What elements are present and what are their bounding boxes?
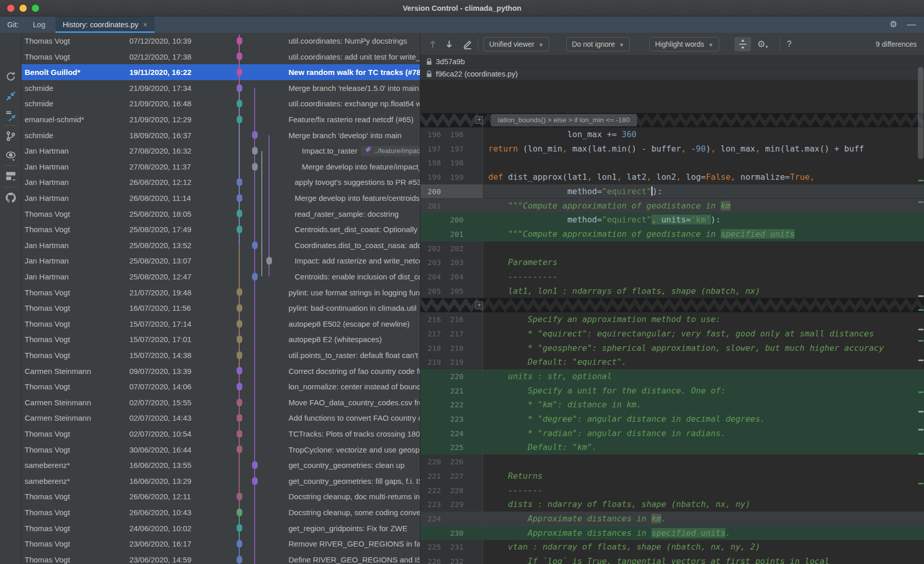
commit-row[interactable]: Carmen Steinmann09/07/2020, 13:39Correct… (22, 363, 420, 379)
commit-row[interactable]: Thomas Vogt15/07/2020, 14:38util.points_… (22, 347, 420, 363)
commit-row[interactable]: Thomas Vogt26/06/2020, 12:11Docstring cl… (22, 488, 420, 504)
diff-settings-gear-icon[interactable]: ⚙▾ (757, 37, 768, 51)
collapse-unchanged-button[interactable] (735, 37, 751, 51)
diff-line[interactable]: 217217 * "equirect": equirectangular; ve… (420, 327, 924, 341)
commit-row[interactable]: Benoît Guillod*19/11/2020, 16:22New rand… (22, 64, 420, 80)
branch-icon[interactable] (5, 130, 16, 142)
commit-row[interactable]: Thomas Vogt02/12/2020, 17:38util.coordin… (22, 49, 420, 65)
vcs-left-toolbar (0, 33, 22, 564)
scrollbar-thumb[interactable] (918, 67, 923, 159)
diff-line[interactable]: 230 Approximate distances in specified u… (420, 526, 924, 540)
commit-row[interactable]: Thomas Vogt07/07/2020, 14:06lon_normaliz… (22, 379, 420, 394)
tab-history[interactable]: History: coordinates.py× (55, 16, 155, 33)
commit-row[interactable]: schmide18/09/2020, 16:37Merge branch 'de… (22, 127, 420, 143)
toolbar-separator (4, 187, 17, 187)
revision-row-1[interactable]: 3d57a9b (420, 55, 924, 68)
eye-icon[interactable] (5, 150, 16, 161)
diff-line[interactable]: 216216 Specify an approximation method t… (420, 312, 924, 327)
commit-row[interactable]: Carmen Steinmann02/07/2020, 15:55Move FA… (22, 394, 420, 410)
commit-message: pylint: bad-continuation in climada.util (288, 300, 420, 316)
commit-row[interactable]: Thomas Vogt30/06/2020, 16:44TropCyclone:… (22, 442, 420, 458)
refresh-icon[interactable] (5, 71, 16, 82)
commit-row[interactable]: Thomas Vogt02/07/2020, 10:54TCTracks: Pl… (22, 426, 420, 442)
commit-row[interactable]: Thomas Vogt15/07/2020, 17:01autopep8 E2 … (22, 331, 420, 347)
commit-author: Jan Hartman (25, 143, 126, 159)
commit-row[interactable]: Jan Hartman26/08/2020, 11:14Merge develo… (22, 190, 420, 206)
commit-row[interactable]: sameberenz*16/06/2020, 13:55get_country_… (22, 457, 420, 473)
commit-author: Carmen Steinmann (25, 363, 126, 379)
diff-line[interactable]: 221227 Returns (420, 469, 924, 483)
diff-line[interactable]: 226232 If `log` is True, tangential vect… (420, 554, 924, 564)
diff-line[interactable]: 225231 vtan : ndarray of floats, shape (… (420, 540, 924, 554)
commit-row[interactable]: schmide21/09/2020, 16:48util.coordinates… (22, 96, 420, 111)
layout-icon[interactable] (5, 171, 16, 182)
help-icon[interactable]: ? (787, 37, 792, 51)
diff-line[interactable]: 223229 dists : ndarray of floats, shape … (420, 497, 924, 512)
commit-row[interactable]: Thomas Vogt25/08/2020, 17:49Centroids.se… (22, 221, 420, 237)
commit-row[interactable]: Jan Hartman25/08/2020, 12:47Centroids: e… (22, 269, 420, 285)
fold-breadcrumb[interactable]: latlon_bounds() > else > if lon_min <= -… (491, 114, 637, 126)
commit-row[interactable]: Thomas Vogt23/06/2020, 16:17Remove RIVER… (22, 536, 420, 552)
commit-row[interactable]: Jan Hartman27/08/2020, 16:32Impact.to_ra… (22, 143, 420, 159)
commit-row[interactable]: Thomas Vogt21/07/2020, 19:48pylint: use … (22, 285, 420, 300)
commit-row[interactable]: Thomas Vogt15/07/2020, 17:14autopep8 E50… (22, 316, 420, 332)
edit-source-icon[interactable] (463, 39, 473, 49)
settings-gear-icon[interactable]: ⚙ (890, 20, 897, 29)
previous-difference-icon[interactable] (428, 39, 438, 49)
diff-line[interactable]: 222228 ------- (420, 483, 924, 498)
diff-line[interactable]: 202202 (420, 241, 924, 256)
commit-row[interactable]: emanuel-schmid*21/09/2020, 12:29Feature/… (22, 111, 420, 127)
diff-line[interactable]: 196196 lon_max += 360 (420, 127, 924, 142)
diff-line[interactable]: 197197return (lon_min, max(lat.min() - b… (420, 142, 924, 156)
commit-row[interactable]: Thomas Vogt23/06/2020, 14:59Define RIVER… (22, 552, 420, 564)
commit-row[interactable]: Thomas Vogt26/06/2020, 10:43Docstring cl… (22, 504, 420, 520)
commit-row[interactable]: Jan Hartman25/08/2020, 13:07Impact: add … (22, 253, 420, 269)
commit-row[interactable]: Carmen Steinmann02/07/2020, 14:43Add fun… (22, 410, 420, 426)
commit-row[interactable]: Thomas Vogt25/08/2020, 18:05read_raster_… (22, 206, 420, 222)
expand-fold-icon[interactable]: + (475, 116, 483, 124)
branch-chip[interactable]: ../feature/impact_net... (361, 146, 420, 156)
diff-line[interactable]: 225 Default: "km". (420, 440, 924, 455)
diff-line[interactable]: 201 """Compute approximation of geodista… (420, 227, 924, 241)
expand-fold-icon[interactable]: + (475, 302, 483, 309)
diff-line[interactable]: 205205 lat1, lon1 : ndarrays of floats, … (420, 284, 924, 298)
close-tab-icon[interactable]: × (143, 20, 147, 29)
diff-line[interactable]: 224 * "radian": angular distance in radi… (420, 426, 924, 441)
github-icon[interactable] (5, 192, 16, 203)
commit-row[interactable]: Thomas Vogt16/07/2020, 11:56pylint: bad-… (22, 300, 420, 316)
highlight-mode-dropdown[interactable]: Highlight words▼ (649, 37, 719, 51)
commit-row[interactable]: Thomas Vogt07/12/2020, 10:39util.coordin… (22, 33, 420, 49)
diff-line[interactable]: 203203 Parameters (420, 255, 924, 270)
tab-log[interactable]: Log (26, 16, 52, 33)
diff-line[interactable]: 223 * "degree": angular distance in deci… (420, 412, 924, 426)
commit-row[interactable]: schmide21/09/2020, 17:34Merge branch 're… (22, 80, 420, 96)
diff-line[interactable]: 200 method="equirect", units='km'): (420, 213, 924, 227)
commit-row[interactable]: Thomas Vogt24/06/2020, 10:02get_region_g… (22, 520, 420, 536)
diff-line[interactable]: 204204 ---------- (420, 270, 924, 284)
diff-line[interactable]: 219219 Default: "equirect". (420, 355, 924, 369)
commit-row[interactable]: Jan Hartman27/08/2020, 11:37Merge develo… (22, 159, 420, 175)
next-difference-icon[interactable] (444, 39, 454, 49)
commit-row[interactable]: Jan Hartman25/08/2020, 13:52Coordinates.… (22, 237, 420, 253)
diff-line[interactable]: 200 method="equirect"): (420, 184, 924, 199)
commit-date: 16/06/2020, 13:29 (129, 473, 232, 489)
diff-line[interactable]: 222 * "km": distance in km. (420, 398, 924, 412)
diff-line[interactable]: 220226 (420, 455, 924, 469)
collapse-changes-icon[interactable] (5, 90, 16, 102)
diff-line[interactable]: 218218 * "geosphere": spherical approxim… (420, 341, 924, 355)
diff-line[interactable]: 201 """Compute approximation of geodista… (420, 199, 924, 213)
commit-message: Docstring cleanup, some coding conventio… (288, 504, 420, 520)
hide-toolwindow-icon[interactable]: — (907, 20, 916, 30)
whitespace-dropdown[interactable]: Do not ignore▼ (566, 37, 630, 51)
commit-row[interactable]: Jan Hartman26/08/2020, 12:12apply tovogt… (22, 174, 420, 190)
revision-row-2[interactable]: f96ca22 (coordinates.py) (420, 68, 924, 80)
diff-line[interactable]: 198198 (420, 156, 924, 170)
diff-line[interactable]: 220 units : str, optional (420, 369, 924, 384)
diff-toolbar: Unified viewer▼ Do not ignore▼ Highlight… (420, 33, 924, 55)
commit-row[interactable]: sameberenz*16/06/2020, 13:29get_country_… (22, 473, 420, 489)
viewer-mode-dropdown[interactable]: Unified viewer▼ (484, 37, 549, 51)
diff-line[interactable]: 224 Approximate distances in km. (420, 512, 924, 526)
collapse-all-icon[interactable] (5, 110, 16, 121)
diff-line[interactable]: 199199def dist_approx(lat1, lon1, lat2, … (420, 170, 924, 184)
diff-line[interactable]: 221 Specify a unit for the distance. One… (420, 384, 924, 398)
